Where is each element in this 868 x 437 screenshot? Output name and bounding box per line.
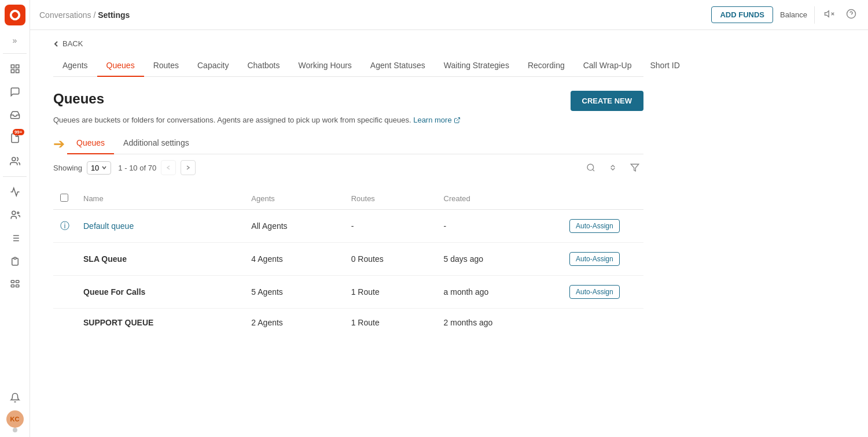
sub-tabs-section: ➔ Queues Additional settings bbox=[53, 134, 643, 154]
help-icon[interactable] bbox=[844, 6, 859, 24]
svg-rect-18 bbox=[16, 285, 19, 287]
svg-point-25 bbox=[587, 164, 594, 171]
info-icon[interactable]: ⓘ bbox=[60, 221, 69, 231]
sidebar-chat-icon[interactable] bbox=[5, 82, 25, 102]
queue-name: SUPPORT QUEUE bbox=[83, 318, 153, 327]
tab-call-wrap-up[interactable]: Call Wrap-Up bbox=[574, 55, 641, 77]
tab-recording[interactable]: Recording bbox=[518, 55, 574, 77]
row-agents-cell: 2 Agents bbox=[244, 309, 344, 337]
svg-point-7 bbox=[17, 212, 19, 214]
sidebar-analytics-icon[interactable] bbox=[5, 182, 25, 202]
tab-routes[interactable]: Routes bbox=[144, 55, 188, 77]
tab-chatbots[interactable]: Chatbots bbox=[238, 55, 289, 77]
svg-rect-4 bbox=[16, 70, 19, 73]
svg-line-26 bbox=[593, 169, 594, 171]
sidebar-dashboard-icon[interactable] bbox=[5, 58, 25, 79]
notification-badge: 99+ bbox=[13, 129, 24, 135]
sidebar-team-icon[interactable] bbox=[5, 205, 25, 225]
back-link[interactable]: BACK bbox=[53, 30, 83, 55]
filter-icon[interactable] bbox=[626, 159, 643, 176]
col-name: Name bbox=[76, 188, 244, 210]
svg-rect-17 bbox=[11, 285, 14, 287]
sidebar-contacts-icon[interactable] bbox=[5, 151, 25, 172]
mute-icon[interactable] bbox=[822, 6, 837, 24]
row-created-cell: 5 days ago bbox=[437, 243, 562, 276]
showing-count-select[interactable]: 10 bbox=[87, 161, 111, 175]
table-row: ⓘ Default queue All Agents - - Auto-Assi… bbox=[53, 210, 643, 243]
user-avatar[interactable]: KC bbox=[6, 410, 24, 428]
svg-rect-1 bbox=[11, 65, 14, 68]
expand-sidebar-button[interactable]: » bbox=[9, 32, 21, 49]
queue-name: SLA Queue bbox=[83, 254, 127, 264]
col-routes: Routes bbox=[344, 188, 437, 210]
header-divider bbox=[814, 6, 815, 24]
row-routes-cell: 1 Route bbox=[344, 309, 437, 337]
sub-tab-queues[interactable]: Queues bbox=[67, 134, 114, 154]
row-routes-cell: 0 Routes bbox=[344, 243, 437, 276]
sidebar-settings-icon[interactable] bbox=[5, 274, 25, 295]
learn-more-link[interactable]: Learn more bbox=[413, 116, 460, 124]
sidebar-queue-icon[interactable] bbox=[5, 228, 25, 249]
sort-icon[interactable] bbox=[604, 159, 621, 176]
row-name-cell: Default queue bbox=[76, 210, 244, 243]
sub-tab-additional-settings[interactable]: Additional settings bbox=[114, 134, 198, 154]
auto-assign-badge[interactable]: Auto-Assign bbox=[569, 252, 620, 266]
queue-name: Queue For Calls bbox=[83, 287, 145, 297]
sidebar-notification-icon[interactable] bbox=[5, 387, 25, 408]
row-agents-cell: All Agents bbox=[244, 210, 344, 243]
svg-marker-27 bbox=[631, 164, 638, 171]
nav-tabs: Agents Queues Routes Capacity Chatbots W… bbox=[53, 55, 643, 77]
auto-assign-badge[interactable]: Auto-Assign bbox=[569, 285, 620, 299]
row-checkbox-cell bbox=[53, 276, 76, 309]
breadcrumb: Conversations / Settings bbox=[39, 10, 130, 20]
showing-label: Showing bbox=[53, 164, 82, 172]
table-controls: Showing 10 1 - 10 of 70 bbox=[53, 154, 643, 181]
add-funds-button[interactable]: ADD FUNDS bbox=[711, 6, 773, 23]
row-checkbox-cell bbox=[53, 309, 76, 337]
queue-name-link[interactable]: Default queue bbox=[83, 221, 134, 231]
main-area: Conversations / Settings ADD FUNDS Balan… bbox=[30, 0, 868, 437]
auto-assign-badge[interactable]: Auto-Assign bbox=[569, 219, 620, 233]
row-created-cell: 2 months ago bbox=[437, 309, 562, 337]
sidebar-audit-icon[interactable] bbox=[5, 251, 25, 272]
search-icon[interactable] bbox=[582, 159, 599, 176]
tab-short-id[interactable]: Short ID bbox=[641, 55, 689, 77]
select-all-checkbox[interactable] bbox=[60, 194, 68, 202]
svg-point-6 bbox=[12, 211, 15, 214]
page-header: Queues CREATE NEW bbox=[53, 91, 643, 111]
row-created-cell: a month ago bbox=[437, 276, 562, 309]
row-routes-cell: 1 Route bbox=[344, 276, 437, 309]
tab-agents[interactable]: Agents bbox=[53, 55, 97, 77]
pagination-info: 1 - 10 of 70 bbox=[118, 164, 156, 172]
row-badge-cell bbox=[562, 309, 643, 337]
breadcrumb-parent[interactable]: Conversations bbox=[39, 10, 91, 20]
content-area: BACK Agents Queues Routes Capacity Chatb… bbox=[30, 30, 868, 437]
sidebar-reports-icon[interactable]: 99+ bbox=[5, 128, 25, 149]
queue-table: Name Agents Routes Created ⓘ Default que… bbox=[53, 188, 643, 336]
arrow-indicator: ➔ bbox=[53, 136, 65, 152]
table-row: SLA Queue 4 Agents 0 Routes 5 days ago A… bbox=[53, 243, 643, 276]
row-badge-cell: Auto-Assign bbox=[562, 243, 643, 276]
tab-agent-statuses[interactable]: Agent Statuses bbox=[361, 55, 435, 77]
app-logo[interactable] bbox=[5, 5, 25, 25]
row-checkbox-cell: ⓘ bbox=[53, 210, 76, 243]
row-created-cell: - bbox=[437, 210, 562, 243]
tab-queues[interactable]: Queues bbox=[97, 55, 144, 77]
prev-page-button[interactable] bbox=[161, 160, 176, 175]
next-page-button[interactable] bbox=[181, 160, 196, 175]
tab-working-hours[interactable]: Working Hours bbox=[289, 55, 361, 77]
balance-label: Balance bbox=[780, 10, 807, 19]
svg-rect-14 bbox=[13, 257, 16, 259]
inner-content: BACK Agents Queues Routes Capacity Chatb… bbox=[30, 30, 667, 360]
svg-rect-3 bbox=[11, 70, 14, 73]
tab-waiting-strategies[interactable]: Waiting Strategies bbox=[435, 55, 518, 77]
table-row: Queue For Calls 5 Agents 1 Route a month… bbox=[53, 276, 643, 309]
sidebar-bottom: KC bbox=[5, 387, 25, 432]
row-name-cell: Queue For Calls bbox=[76, 276, 244, 309]
sidebar-inbox-icon[interactable] bbox=[5, 105, 25, 125]
page-description: Queues are buckets or folders for conver… bbox=[53, 116, 643, 124]
row-badge-cell: Auto-Assign bbox=[562, 276, 643, 309]
table-control-icons bbox=[582, 159, 643, 176]
create-new-button[interactable]: CREATE NEW bbox=[571, 91, 643, 111]
tab-capacity[interactable]: Capacity bbox=[188, 55, 238, 77]
